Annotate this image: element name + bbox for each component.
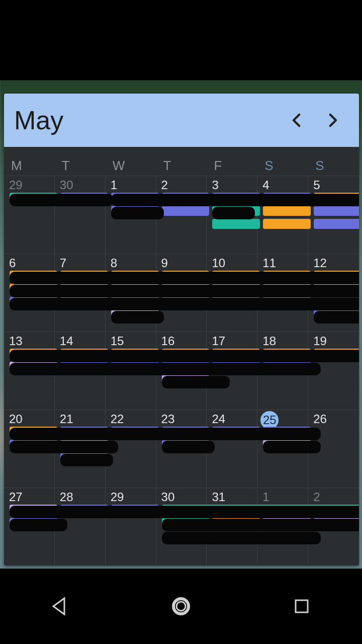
week-row: 20212223242526: [4, 410, 359, 488]
prev-month-button[interactable]: [280, 103, 315, 138]
svg-point-2: [176, 602, 186, 611]
dow-label: T: [156, 158, 207, 174]
day-number: 28: [60, 490, 73, 504]
day-cell[interactable]: 14: [55, 332, 106, 410]
day-cell[interactable]: 24: [207, 410, 257, 488]
day-cell[interactable]: 20: [4, 410, 55, 488]
day-number: 29: [111, 490, 124, 504]
day-cell[interactable]: 6: [4, 254, 55, 332]
day-cell[interactable]: 29: [4, 176, 55, 254]
back-button[interactable]: [48, 594, 72, 618]
calendar-widget[interactable]: May M T W T F S S 2930123456789101112131…: [4, 94, 359, 566]
day-cell[interactable]: 17: [207, 332, 257, 410]
day-number: 22: [111, 412, 124, 426]
dow-label: W: [106, 158, 156, 174]
week-row: 293012345: [4, 176, 359, 254]
day-cell[interactable]: 7: [55, 254, 106, 332]
day-number: 6: [9, 256, 16, 270]
day-number: 27: [9, 490, 23, 504]
day-cell[interactable]: 8: [106, 254, 156, 332]
day-cell[interactable]: 9: [156, 254, 207, 332]
day-number: 17: [212, 334, 225, 348]
day-number: 4: [262, 178, 269, 192]
week-row: 6789101112: [4, 254, 359, 332]
day-number: 10: [212, 256, 225, 270]
day-number: 12: [313, 256, 327, 270]
today-marker: 25: [260, 411, 279, 429]
day-number: 16: [161, 334, 175, 348]
day-number: 18: [262, 334, 276, 348]
svg-marker-0: [53, 598, 64, 614]
day-cell[interactable]: 13: [4, 332, 55, 410]
day-number: 21: [60, 412, 73, 426]
day-cell[interactable]: 3: [207, 176, 257, 254]
day-number: 20: [9, 412, 23, 426]
day-cell[interactable]: 30: [55, 176, 106, 254]
day-cell[interactable]: 28: [55, 488, 106, 566]
dow-label: S: [308, 158, 359, 174]
day-number: 31: [212, 490, 225, 504]
day-cell[interactable]: 22: [106, 410, 156, 488]
day-number: 2: [161, 178, 168, 192]
day-number: 30: [161, 490, 175, 504]
day-number: 8: [111, 256, 117, 270]
day-cell[interactable]: 12: [308, 254, 359, 332]
dow-label: T: [55, 158, 106, 174]
day-number: 29: [9, 178, 23, 192]
day-cell[interactable]: 29: [106, 488, 156, 566]
chevron-right-icon: [324, 112, 341, 129]
day-number: 2: [313, 490, 320, 504]
letterbox-top: [0, 0, 362, 80]
week-row: 272829303112: [4, 488, 359, 566]
month-grid: 2930123456789101112131415161718192021222…: [4, 176, 359, 566]
day-number: 13: [9, 334, 23, 348]
day-cell[interactable]: 1: [257, 488, 308, 566]
day-number: 11: [262, 256, 276, 270]
next-month-button[interactable]: [315, 103, 350, 138]
day-number: 15: [111, 334, 124, 348]
day-number: 26: [313, 412, 327, 426]
day-cell[interactable]: 2: [156, 176, 207, 254]
day-cell[interactable]: 18: [257, 332, 308, 410]
day-cell[interactable]: 15: [106, 332, 156, 410]
day-number: 3: [212, 178, 218, 192]
day-number: 1: [111, 178, 117, 192]
chevron-left-icon: [289, 112, 306, 129]
day-cell[interactable]: 2: [308, 488, 359, 566]
day-number: 30: [60, 178, 73, 192]
recents-button[interactable]: [290, 594, 314, 618]
day-number: 23: [161, 412, 175, 426]
day-number: 19: [313, 334, 327, 348]
android-navbar: [0, 569, 362, 644]
day-cell[interactable]: 5: [308, 176, 359, 254]
day-number: 7: [60, 256, 66, 270]
home-button[interactable]: [169, 594, 193, 618]
day-number: 9: [161, 256, 168, 270]
day-number: 24: [212, 412, 225, 426]
month-label[interactable]: May: [14, 105, 280, 135]
day-cell[interactable]: 30: [156, 488, 207, 566]
dow-label: S: [257, 158, 308, 174]
day-number: 1: [262, 490, 269, 504]
day-cell[interactable]: 21: [55, 410, 106, 488]
dow-label: M: [4, 158, 55, 174]
week-row: 13141516171819: [4, 332, 359, 410]
day-cell[interactable]: 26: [308, 410, 359, 488]
day-cell[interactable]: 10: [207, 254, 257, 332]
day-number: 5: [313, 178, 320, 192]
dow-label: F: [207, 158, 257, 174]
day-cell[interactable]: 11: [257, 254, 308, 332]
day-cell[interactable]: 27: [4, 488, 55, 566]
day-of-week-row: M T W T F S S: [4, 147, 359, 176]
day-cell[interactable]: 1: [106, 176, 156, 254]
day-cell[interactable]: 23: [156, 410, 207, 488]
svg-rect-3: [296, 600, 308, 612]
day-cell[interactable]: 25: [257, 410, 308, 488]
day-cell[interactable]: 31: [207, 488, 257, 566]
calendar-titlebar: May: [4, 94, 359, 147]
day-cell[interactable]: 16: [156, 332, 207, 410]
day-number: 14: [60, 334, 73, 348]
day-cell[interactable]: 4: [257, 176, 308, 254]
day-cell[interactable]: 19: [308, 332, 359, 410]
home-screen: May M T W T F S S 2930123456789101112131…: [0, 80, 362, 569]
